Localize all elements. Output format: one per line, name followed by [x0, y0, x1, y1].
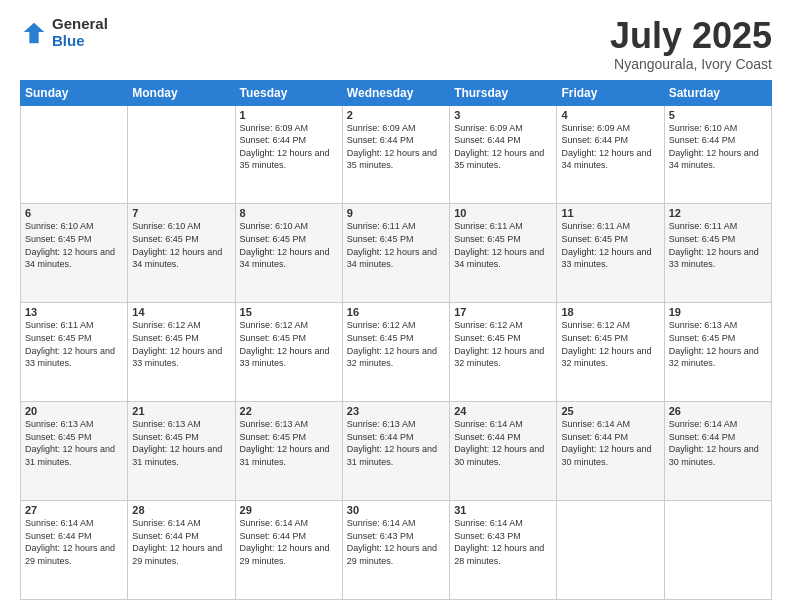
col-thursday: Thursday [450, 80, 557, 105]
col-tuesday: Tuesday [235, 80, 342, 105]
day-number: 14 [132, 306, 230, 318]
day-number: 15 [240, 306, 338, 318]
day-number: 22 [240, 405, 338, 417]
day-info: Sunrise: 6:14 AMSunset: 6:44 PMDaylight:… [561, 419, 651, 467]
day-info: Sunrise: 6:14 AMSunset: 6:43 PMDaylight:… [347, 518, 437, 566]
table-row: 2Sunrise: 6:09 AMSunset: 6:44 PMDaylight… [342, 105, 449, 204]
day-info: Sunrise: 6:10 AMSunset: 6:45 PMDaylight:… [132, 221, 222, 269]
table-row: 27Sunrise: 6:14 AMSunset: 6:44 PMDayligh… [21, 501, 128, 600]
day-info: Sunrise: 6:14 AMSunset: 6:44 PMDaylight:… [132, 518, 222, 566]
day-number: 4 [561, 109, 659, 121]
table-row: 24Sunrise: 6:14 AMSunset: 6:44 PMDayligh… [450, 402, 557, 501]
logo-icon [20, 19, 48, 47]
logo-blue: Blue [52, 33, 108, 50]
day-number: 9 [347, 207, 445, 219]
table-row: 7Sunrise: 6:10 AMSunset: 6:45 PMDaylight… [128, 204, 235, 303]
day-number: 26 [669, 405, 767, 417]
col-friday: Friday [557, 80, 664, 105]
table-row [557, 501, 664, 600]
day-info: Sunrise: 6:10 AMSunset: 6:45 PMDaylight:… [25, 221, 115, 269]
table-row: 12Sunrise: 6:11 AMSunset: 6:45 PMDayligh… [664, 204, 771, 303]
logo: General Blue [20, 16, 108, 49]
day-number: 23 [347, 405, 445, 417]
table-row: 14Sunrise: 6:12 AMSunset: 6:45 PMDayligh… [128, 303, 235, 402]
day-number: 27 [25, 504, 123, 516]
day-info: Sunrise: 6:11 AMSunset: 6:45 PMDaylight:… [669, 221, 759, 269]
table-row: 13Sunrise: 6:11 AMSunset: 6:45 PMDayligh… [21, 303, 128, 402]
calendar-table: Sunday Monday Tuesday Wednesday Thursday… [20, 80, 772, 600]
calendar-header-row: Sunday Monday Tuesday Wednesday Thursday… [21, 80, 772, 105]
table-row: 16Sunrise: 6:12 AMSunset: 6:45 PMDayligh… [342, 303, 449, 402]
table-row: 6Sunrise: 6:10 AMSunset: 6:45 PMDaylight… [21, 204, 128, 303]
calendar-week-row: 1Sunrise: 6:09 AMSunset: 6:44 PMDaylight… [21, 105, 772, 204]
col-monday: Monday [128, 80, 235, 105]
day-number: 11 [561, 207, 659, 219]
table-row [664, 501, 771, 600]
day-info: Sunrise: 6:11 AMSunset: 6:45 PMDaylight:… [347, 221, 437, 269]
day-number: 13 [25, 306, 123, 318]
day-number: 10 [454, 207, 552, 219]
table-row: 20Sunrise: 6:13 AMSunset: 6:45 PMDayligh… [21, 402, 128, 501]
day-info: Sunrise: 6:12 AMSunset: 6:45 PMDaylight:… [454, 320, 544, 368]
day-number: 5 [669, 109, 767, 121]
day-info: Sunrise: 6:14 AMSunset: 6:44 PMDaylight:… [240, 518, 330, 566]
col-sunday: Sunday [21, 80, 128, 105]
day-info: Sunrise: 6:11 AMSunset: 6:45 PMDaylight:… [561, 221, 651, 269]
day-info: Sunrise: 6:14 AMSunset: 6:44 PMDaylight:… [25, 518, 115, 566]
day-number: 7 [132, 207, 230, 219]
col-saturday: Saturday [664, 80, 771, 105]
day-info: Sunrise: 6:14 AMSunset: 6:44 PMDaylight:… [454, 419, 544, 467]
day-info: Sunrise: 6:12 AMSunset: 6:45 PMDaylight:… [347, 320, 437, 368]
subtitle: Nyangourala, Ivory Coast [610, 56, 772, 72]
day-info: Sunrise: 6:12 AMSunset: 6:45 PMDaylight:… [132, 320, 222, 368]
col-wednesday: Wednesday [342, 80, 449, 105]
day-info: Sunrise: 6:09 AMSunset: 6:44 PMDaylight:… [561, 123, 651, 171]
day-info: Sunrise: 6:13 AMSunset: 6:45 PMDaylight:… [132, 419, 222, 467]
table-row: 29Sunrise: 6:14 AMSunset: 6:44 PMDayligh… [235, 501, 342, 600]
day-info: Sunrise: 6:09 AMSunset: 6:44 PMDaylight:… [240, 123, 330, 171]
day-number: 25 [561, 405, 659, 417]
table-row: 10Sunrise: 6:11 AMSunset: 6:45 PMDayligh… [450, 204, 557, 303]
page: General Blue July 2025 Nyangourala, Ivor… [0, 0, 792, 612]
title-block: July 2025 Nyangourala, Ivory Coast [610, 16, 772, 72]
day-number: 17 [454, 306, 552, 318]
table-row: 23Sunrise: 6:13 AMSunset: 6:44 PMDayligh… [342, 402, 449, 501]
day-info: Sunrise: 6:09 AMSunset: 6:44 PMDaylight:… [347, 123, 437, 171]
table-row [128, 105, 235, 204]
table-row: 19Sunrise: 6:13 AMSunset: 6:45 PMDayligh… [664, 303, 771, 402]
day-info: Sunrise: 6:12 AMSunset: 6:45 PMDaylight:… [240, 320, 330, 368]
day-info: Sunrise: 6:14 AMSunset: 6:43 PMDaylight:… [454, 518, 544, 566]
table-row: 21Sunrise: 6:13 AMSunset: 6:45 PMDayligh… [128, 402, 235, 501]
day-info: Sunrise: 6:10 AMSunset: 6:45 PMDaylight:… [240, 221, 330, 269]
table-row: 30Sunrise: 6:14 AMSunset: 6:43 PMDayligh… [342, 501, 449, 600]
day-number: 29 [240, 504, 338, 516]
day-info: Sunrise: 6:13 AMSunset: 6:45 PMDaylight:… [669, 320, 759, 368]
table-row: 28Sunrise: 6:14 AMSunset: 6:44 PMDayligh… [128, 501, 235, 600]
table-row: 18Sunrise: 6:12 AMSunset: 6:45 PMDayligh… [557, 303, 664, 402]
calendar-week-row: 27Sunrise: 6:14 AMSunset: 6:44 PMDayligh… [21, 501, 772, 600]
logo-text: General Blue [52, 16, 108, 49]
table-row: 15Sunrise: 6:12 AMSunset: 6:45 PMDayligh… [235, 303, 342, 402]
table-row: 26Sunrise: 6:14 AMSunset: 6:44 PMDayligh… [664, 402, 771, 501]
calendar-week-row: 6Sunrise: 6:10 AMSunset: 6:45 PMDaylight… [21, 204, 772, 303]
logo-general: General [52, 16, 108, 33]
day-number: 30 [347, 504, 445, 516]
svg-marker-0 [24, 22, 45, 43]
day-info: Sunrise: 6:13 AMSunset: 6:45 PMDaylight:… [25, 419, 115, 467]
day-info: Sunrise: 6:14 AMSunset: 6:44 PMDaylight:… [669, 419, 759, 467]
table-row: 5Sunrise: 6:10 AMSunset: 6:44 PMDaylight… [664, 105, 771, 204]
day-number: 21 [132, 405, 230, 417]
day-info: Sunrise: 6:10 AMSunset: 6:44 PMDaylight:… [669, 123, 759, 171]
day-number: 16 [347, 306, 445, 318]
day-info: Sunrise: 6:12 AMSunset: 6:45 PMDaylight:… [561, 320, 651, 368]
table-row [21, 105, 128, 204]
day-number: 6 [25, 207, 123, 219]
day-number: 31 [454, 504, 552, 516]
table-row: 25Sunrise: 6:14 AMSunset: 6:44 PMDayligh… [557, 402, 664, 501]
day-number: 28 [132, 504, 230, 516]
day-number: 20 [25, 405, 123, 417]
calendar-week-row: 20Sunrise: 6:13 AMSunset: 6:45 PMDayligh… [21, 402, 772, 501]
month-title: July 2025 [610, 16, 772, 56]
day-number: 19 [669, 306, 767, 318]
table-row: 11Sunrise: 6:11 AMSunset: 6:45 PMDayligh… [557, 204, 664, 303]
